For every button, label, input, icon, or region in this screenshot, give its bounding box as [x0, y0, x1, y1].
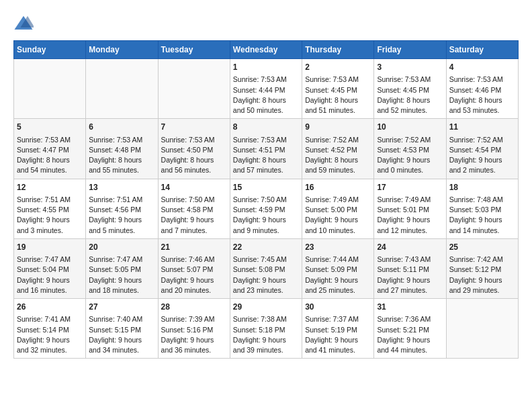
day-info: Sunrise: 7:49 AM Sunset: 5:01 PM Dayligh… [377, 195, 443, 236]
calendar-cell [158, 59, 230, 119]
day-header-saturday: Saturday [446, 41, 518, 59]
day-number: 27 [89, 302, 154, 313]
day-info: Sunrise: 7:52 AM Sunset: 4:54 PM Dayligh… [449, 135, 515, 176]
calendar-week-3: 12Sunrise: 7:51 AM Sunset: 4:55 PM Dayli… [14, 179, 519, 238]
day-number: 19 [17, 242, 83, 253]
day-info: Sunrise: 7:41 AM Sunset: 5:14 PM Dayligh… [17, 314, 83, 355]
day-info: Sunrise: 7:38 AM Sunset: 5:18 PM Dayligh… [233, 314, 299, 355]
day-header-wednesday: Wednesday [230, 41, 302, 59]
day-info: Sunrise: 7:53 AM Sunset: 4:47 PM Dayligh… [17, 135, 83, 176]
calendar-cell: 31Sunrise: 7:36 AM Sunset: 5:21 PM Dayli… [374, 299, 446, 359]
day-info: Sunrise: 7:53 AM Sunset: 4:51 PM Dayligh… [233, 135, 299, 176]
day-number: 25 [449, 242, 515, 253]
calendar-cell: 7Sunrise: 7:53 AM Sunset: 4:50 PM Daylig… [158, 119, 230, 179]
calendar-cell: 30Sunrise: 7:37 AM Sunset: 5:19 PM Dayli… [302, 299, 374, 359]
calendar-cell: 2Sunrise: 7:53 AM Sunset: 4:45 PM Daylig… [302, 59, 374, 119]
calendar-cell: 5Sunrise: 7:53 AM Sunset: 4:47 PM Daylig… [14, 119, 86, 179]
calendar-cell: 26Sunrise: 7:41 AM Sunset: 5:14 PM Dayli… [14, 299, 86, 359]
day-number: 6 [89, 122, 154, 133]
day-info: Sunrise: 7:53 AM Sunset: 4:44 PM Dayligh… [233, 75, 299, 116]
day-info: Sunrise: 7:42 AM Sunset: 5:12 PM Dayligh… [449, 255, 515, 295]
day-info: Sunrise: 7:53 AM Sunset: 4:50 PM Dayligh… [161, 135, 227, 176]
calendar-cell: 16Sunrise: 7:49 AM Sunset: 5:00 PM Dayli… [302, 179, 374, 238]
day-info: Sunrise: 7:44 AM Sunset: 5:09 PM Dayligh… [305, 255, 371, 295]
header [13, 13, 519, 34]
day-number: 11 [449, 122, 515, 133]
day-number: 30 [305, 302, 371, 313]
day-info: Sunrise: 7:52 AM Sunset: 4:52 PM Dayligh… [305, 135, 371, 176]
day-number: 14 [161, 182, 227, 193]
calendar-cell [86, 59, 158, 119]
calendar-week-2: 5Sunrise: 7:53 AM Sunset: 4:47 PM Daylig… [14, 119, 519, 179]
day-number: 4 [449, 62, 515, 73]
day-header-friday: Friday [374, 41, 446, 59]
day-info: Sunrise: 7:47 AM Sunset: 5:04 PM Dayligh… [17, 255, 83, 295]
calendar-cell: 27Sunrise: 7:40 AM Sunset: 5:15 PM Dayli… [86, 299, 158, 359]
day-info: Sunrise: 7:50 AM Sunset: 4:58 PM Dayligh… [161, 195, 227, 236]
calendar-cell: 29Sunrise: 7:38 AM Sunset: 5:18 PM Dayli… [230, 299, 302, 359]
day-number: 12 [17, 182, 83, 193]
calendar-week-4: 19Sunrise: 7:47 AM Sunset: 5:04 PM Dayli… [14, 238, 519, 298]
calendar-cell: 4Sunrise: 7:53 AM Sunset: 4:46 PM Daylig… [446, 59, 518, 119]
day-number: 2 [305, 62, 371, 73]
calendar-cell: 17Sunrise: 7:49 AM Sunset: 5:01 PM Dayli… [374, 179, 446, 238]
day-number: 13 [89, 182, 154, 193]
calendar-cell: 20Sunrise: 7:47 AM Sunset: 5:05 PM Dayli… [86, 238, 158, 298]
day-number: 17 [377, 182, 443, 193]
day-info: Sunrise: 7:37 AM Sunset: 5:19 PM Dayligh… [305, 314, 371, 355]
day-info: Sunrise: 7:53 AM Sunset: 4:46 PM Dayligh… [449, 75, 515, 116]
day-number: 28 [161, 302, 227, 313]
calendar-cell: 11Sunrise: 7:52 AM Sunset: 4:54 PM Dayli… [446, 119, 518, 179]
day-info: Sunrise: 7:46 AM Sunset: 5:07 PM Dayligh… [161, 255, 227, 295]
day-number: 18 [449, 182, 515, 193]
calendar-cell: 3Sunrise: 7:53 AM Sunset: 4:45 PM Daylig… [374, 59, 446, 119]
day-header-thursday: Thursday [302, 41, 374, 59]
calendar-cell: 13Sunrise: 7:51 AM Sunset: 4:56 PM Dayli… [86, 179, 158, 238]
calendar-cell: 24Sunrise: 7:43 AM Sunset: 5:11 PM Dayli… [374, 238, 446, 298]
day-info: Sunrise: 7:53 AM Sunset: 4:48 PM Dayligh… [89, 135, 154, 176]
day-number: 8 [233, 122, 299, 133]
calendar-week-5: 26Sunrise: 7:41 AM Sunset: 5:14 PM Dayli… [14, 299, 519, 359]
calendar-body: 1Sunrise: 7:53 AM Sunset: 4:44 PM Daylig… [14, 59, 519, 359]
calendar: SundayMondayTuesdayWednesdayThursdayFrid… [13, 40, 519, 359]
day-number: 21 [161, 242, 227, 253]
day-info: Sunrise: 7:49 AM Sunset: 5:00 PM Dayligh… [305, 195, 371, 236]
day-number: 10 [377, 122, 443, 133]
calendar-cell: 6Sunrise: 7:53 AM Sunset: 4:48 PM Daylig… [86, 119, 158, 179]
day-info: Sunrise: 7:51 AM Sunset: 4:56 PM Dayligh… [89, 195, 154, 236]
day-number: 26 [17, 302, 83, 313]
calendar-cell: 21Sunrise: 7:46 AM Sunset: 5:07 PM Dayli… [158, 238, 230, 298]
calendar-cell: 15Sunrise: 7:50 AM Sunset: 4:59 PM Dayli… [230, 179, 302, 238]
calendar-cell: 18Sunrise: 7:48 AM Sunset: 5:03 PM Dayli… [446, 179, 518, 238]
day-number: 29 [233, 302, 299, 313]
calendar-header: SundayMondayTuesdayWednesdayThursdayFrid… [14, 41, 519, 59]
day-info: Sunrise: 7:53 AM Sunset: 4:45 PM Dayligh… [377, 75, 443, 116]
calendar-cell [446, 299, 518, 359]
calendar-cell: 19Sunrise: 7:47 AM Sunset: 5:04 PM Dayli… [14, 238, 86, 298]
day-number: 3 [377, 62, 443, 73]
day-number: 23 [305, 242, 371, 253]
day-info: Sunrise: 7:48 AM Sunset: 5:03 PM Dayligh… [449, 195, 515, 236]
day-info: Sunrise: 7:47 AM Sunset: 5:05 PM Dayligh… [89, 255, 154, 295]
day-info: Sunrise: 7:43 AM Sunset: 5:11 PM Dayligh… [377, 255, 443, 295]
day-header-sunday: Sunday [14, 41, 86, 59]
day-number: 5 [17, 122, 83, 133]
calendar-cell: 25Sunrise: 7:42 AM Sunset: 5:12 PM Dayli… [446, 238, 518, 298]
day-info: Sunrise: 7:36 AM Sunset: 5:21 PM Dayligh… [377, 314, 443, 355]
calendar-cell: 1Sunrise: 7:53 AM Sunset: 4:44 PM Daylig… [230, 59, 302, 119]
calendar-cell: 10Sunrise: 7:52 AM Sunset: 4:53 PM Dayli… [374, 119, 446, 179]
day-number: 20 [89, 242, 154, 253]
calendar-cell: 9Sunrise: 7:52 AM Sunset: 4:52 PM Daylig… [302, 119, 374, 179]
calendar-cell: 22Sunrise: 7:45 AM Sunset: 5:08 PM Dayli… [230, 238, 302, 298]
calendar-week-1: 1Sunrise: 7:53 AM Sunset: 4:44 PM Daylig… [14, 59, 519, 119]
day-number: 15 [233, 182, 299, 193]
calendar-cell: 12Sunrise: 7:51 AM Sunset: 4:55 PM Dayli… [14, 179, 86, 238]
calendar-cell: 8Sunrise: 7:53 AM Sunset: 4:51 PM Daylig… [230, 119, 302, 179]
day-number: 7 [161, 122, 227, 133]
calendar-cell: 14Sunrise: 7:50 AM Sunset: 4:58 PM Dayli… [158, 179, 230, 238]
day-info: Sunrise: 7:39 AM Sunset: 5:16 PM Dayligh… [161, 314, 227, 355]
day-number: 16 [305, 182, 371, 193]
day-info: Sunrise: 7:52 AM Sunset: 4:53 PM Dayligh… [377, 135, 443, 176]
day-number: 24 [377, 242, 443, 253]
day-info: Sunrise: 7:53 AM Sunset: 4:45 PM Dayligh… [305, 75, 371, 116]
